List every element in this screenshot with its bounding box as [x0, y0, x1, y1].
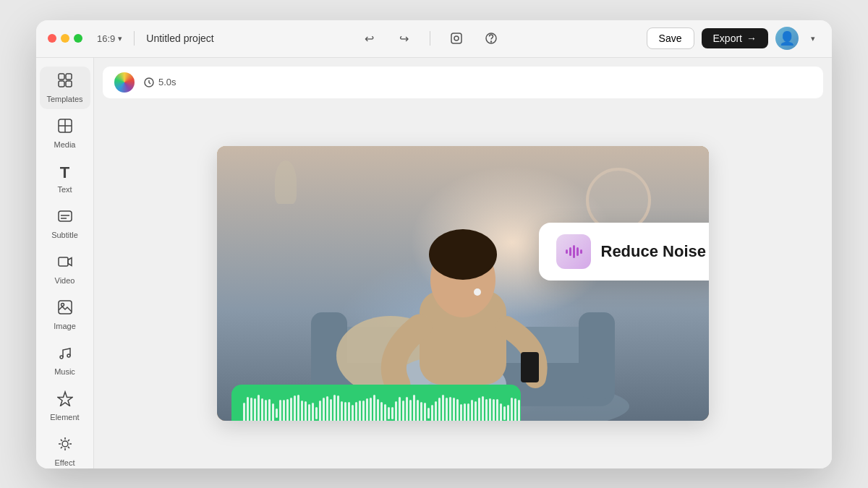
audio-waveform[interactable]: [231, 385, 521, 421]
sidebar-label-templates: Templates: [46, 95, 82, 103]
toolbar-center: ↩ ↪: [223, 27, 638, 50]
reduce-noise-label: Reduce Noise: [601, 242, 707, 261]
wave-bar: [471, 400, 473, 421]
subtitle-icon: [57, 208, 73, 228]
sidebar-item-video[interactable]: Video: [40, 248, 90, 291]
wave-bar: [431, 405, 433, 421]
main-area: Templates Media T Text: [36, 58, 832, 468]
svg-point-19: [62, 441, 68, 447]
wave-bar: [464, 403, 466, 420]
wave-bar: [507, 405, 509, 420]
app-window: 16:9 ▾ Untitled project ↩ ↪: [36, 20, 832, 468]
content-toolbar: 5.0s: [103, 67, 823, 98]
wave-bar: [333, 395, 336, 421]
duration-value: 5.0s: [158, 77, 176, 87]
sidebar-item-media[interactable]: Media: [40, 112, 90, 155]
sidebar-label-media: Media: [54, 140, 76, 149]
wave-bar: [330, 399, 332, 420]
duration-badge: 5.0s: [143, 77, 176, 88]
title-bar: 16:9 ▾ Untitled project ↩ ↪: [36, 20, 832, 58]
sidebar-item-effect[interactable]: Effect: [40, 430, 90, 468]
export-arrow-icon: →: [746, 33, 757, 44]
sidebar-item-subtitle[interactable]: Subtitle: [40, 202, 90, 245]
wave-bar: [511, 398, 513, 421]
music-icon: [57, 345, 73, 364]
svg-rect-0: [451, 33, 461, 43]
minimize-button[interactable]: [61, 34, 69, 43]
wave-bar: [503, 406, 506, 421]
wave-bar: [435, 401, 437, 421]
aspect-ratio-value: 16:9: [97, 33, 115, 44]
wave-bar: [258, 395, 260, 421]
wave-bar: [312, 403, 314, 420]
wave-bar: [500, 403, 502, 421]
svg-rect-15: [59, 301, 72, 314]
aspect-ratio-selector[interactable]: 16:9 ▾: [97, 33, 122, 44]
element-icon: [57, 390, 73, 410]
wave-bar: [446, 398, 448, 421]
wave-bar: [243, 403, 245, 421]
svg-rect-39: [569, 247, 571, 256]
wave-bar: [315, 407, 318, 419]
wave-bar: [294, 395, 296, 420]
svg-point-3: [491, 41, 492, 42]
reduce-noise-popup[interactable]: Reduce Noise: [539, 223, 710, 281]
maximize-button[interactable]: [74, 34, 82, 43]
wave-bar: [406, 397, 408, 420]
wave-bar: [417, 400, 419, 420]
help-button[interactable]: [480, 27, 503, 50]
wave-bar: [272, 403, 274, 421]
svg-rect-7: [66, 81, 72, 87]
sidebar-item-image[interactable]: Image: [40, 294, 90, 336]
sidebar-item-music[interactable]: Music: [40, 339, 90, 382]
avatar[interactable]: 👤: [775, 27, 799, 50]
svg-point-18: [67, 354, 70, 357]
wave-bar: [247, 397, 249, 421]
avatar-dropdown-button[interactable]: ▾: [806, 27, 820, 50]
wave-bar: [485, 399, 488, 420]
export-button[interactable]: Export →: [702, 28, 768, 48]
wave-bar: [453, 398, 455, 421]
sidebar-item-text[interactable]: T Text: [40, 158, 90, 200]
wave-bar: [268, 399, 271, 420]
wave-bar: [391, 407, 393, 419]
svg-rect-36: [521, 352, 539, 382]
svg-point-37: [474, 288, 481, 296]
svg-rect-4: [59, 74, 64, 80]
avatar-image: 👤: [779, 30, 795, 46]
project-title[interactable]: Untitled project: [146, 33, 213, 44]
wave-bar: [370, 398, 372, 420]
sidebar: Templates Media T Text: [36, 58, 94, 468]
svg-rect-11: [59, 211, 72, 221]
redo-button[interactable]: ↪: [392, 27, 415, 50]
wave-bar: [460, 404, 462, 420]
sidebar-item-templates[interactable]: Templates: [40, 67, 90, 109]
wave-bar: [297, 395, 299, 421]
save-button[interactable]: Save: [647, 27, 694, 49]
undo-button[interactable]: ↩: [357, 27, 380, 50]
wave-bar: [427, 408, 430, 419]
wave-bar: [323, 398, 325, 421]
sidebar-item-element[interactable]: Element: [40, 385, 90, 427]
wave-bar: [250, 398, 252, 421]
wave-bar: [286, 399, 289, 420]
close-button[interactable]: [48, 34, 56, 43]
wave-bar: [518, 400, 520, 421]
sidebar-label-text: Text: [57, 185, 72, 194]
wave-bar: [489, 398, 491, 421]
wave-bar: [355, 402, 357, 421]
wave-bar: [402, 401, 404, 421]
svg-point-35: [429, 229, 497, 280]
divider-2: [430, 31, 430, 46]
image-icon: [57, 299, 73, 319]
preview-button[interactable]: [445, 27, 468, 50]
wave-bar: [301, 401, 303, 420]
video-icon: [57, 254, 73, 273]
video-frame[interactable]: Reduce Noise: [217, 146, 709, 421]
wave-bar: [261, 398, 263, 420]
wave-bar: [337, 395, 339, 421]
effect-icon: [57, 436, 73, 455]
sidebar-label-image: Image: [54, 322, 76, 330]
wave-bar: [467, 403, 469, 420]
divider: [134, 31, 135, 46]
